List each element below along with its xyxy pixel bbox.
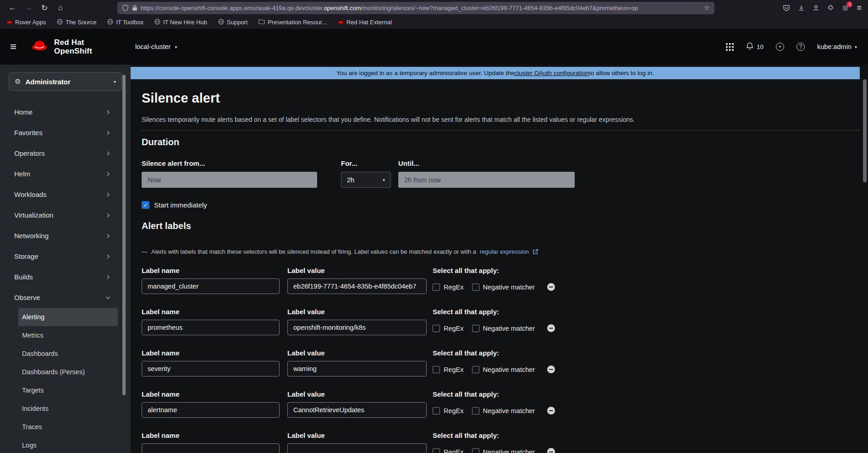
quick-create-button[interactable]: +: [776, 43, 784, 51]
sidebar-item-operators[interactable]: Operators: [0, 143, 131, 164]
negative-matcher-checkbox[interactable]: [472, 325, 479, 332]
sidebar-item-observe[interactable]: Observe: [0, 287, 131, 308]
forward-button[interactable]: →: [22, 1, 35, 14]
remove-label-button[interactable]: [547, 324, 555, 333]
duration-fields: Silence alert from... Now For... 2h ▾ Un…: [142, 159, 860, 188]
home-button[interactable]: ⌂: [54, 1, 67, 14]
bookmark-item[interactable]: Rover Apps: [6, 19, 46, 26]
negative-matcher-checkbox[interactable]: [472, 407, 479, 415]
label-name-input[interactable]: [142, 278, 280, 294]
sidebar-item-virtualization[interactable]: Virtualization: [0, 205, 131, 225]
remove-label-button[interactable]: [547, 406, 555, 415]
addon-notification-icon[interactable]: 1: [842, 5, 849, 11]
regex-checkbox[interactable]: [433, 366, 440, 373]
label-name-input[interactable]: [142, 320, 280, 335]
sidebar-item-label: Observe: [14, 294, 106, 301]
sidebar-item-helm[interactable]: Helm: [0, 164, 131, 184]
sidebar-item-traces[interactable]: Traces: [18, 418, 118, 436]
shield-icon[interactable]: [122, 5, 129, 11]
bookmark-label: Support: [227, 19, 248, 26]
label-name-input[interactable]: [142, 361, 280, 377]
sidebar-item-label: Operators: [14, 149, 106, 157]
cluster-label: local-cluster: [135, 43, 170, 50]
pocket-icon[interactable]: [783, 4, 790, 11]
bookmark-item[interactable]: Presentation Resour...: [258, 19, 327, 26]
oauth-config-link[interactable]: cluster OAuth configuration: [514, 70, 589, 76]
back-button[interactable]: ←: [5, 1, 19, 14]
negative-matcher-label: Negative matcher: [483, 407, 535, 415]
sidebar-item-dashboards-perses[interactable]: Dashboards (Perses): [18, 363, 118, 381]
extension-badge: 1: [846, 1, 852, 7]
info-banner: You are logged in as a temporary adminis…: [131, 67, 860, 79]
remove-label-button[interactable]: [547, 365, 555, 374]
sidebar-item-builds[interactable]: Builds: [0, 267, 131, 287]
user-menu[interactable]: kube:admin ▾: [817, 43, 857, 50]
duration-heading: Duration: [142, 137, 860, 147]
menu-icon[interactable]: ≡: [857, 3, 862, 13]
chevron-right-icon: [106, 192, 110, 197]
silence-for-select[interactable]: 2h ▾: [341, 172, 391, 188]
sidebar-item-targets[interactable]: Targets: [18, 381, 118, 399]
label-value-input[interactable]: [287, 402, 427, 418]
bookmark-item[interactable]: The Source: [57, 19, 96, 26]
label-value-header: Label value: [287, 431, 427, 439]
account-icon[interactable]: [813, 5, 819, 11]
sidebar-item-alerting[interactable]: Alerting: [18, 308, 118, 326]
sidebar-item-logs[interactable]: Logs: [18, 436, 118, 453]
notifications-button[interactable]: 10: [746, 42, 764, 52]
negative-matcher-checkbox[interactable]: [472, 366, 479, 373]
sidebar-item-workloads[interactable]: Workloads: [0, 184, 131, 205]
remove-label-button[interactable]: [547, 448, 555, 453]
regular-expression-link[interactable]: regular expression: [480, 248, 529, 255]
bookmark-label: Rover Apps: [15, 19, 46, 26]
remove-label-button[interactable]: [547, 283, 555, 291]
silence-until-input: 2h from now: [398, 172, 575, 188]
sidebar-item-home[interactable]: Home: [0, 102, 131, 122]
silence-until-label: Until...: [398, 159, 575, 167]
main-scrollbar[interactable]: [863, 79, 867, 182]
bookmark-star-icon[interactable]: ☆: [704, 4, 710, 12]
regex-checkbox[interactable]: [433, 448, 440, 453]
label-value-input[interactable]: [287, 443, 427, 453]
bookmark-item[interactable]: IT Toolbox: [107, 19, 143, 26]
silence-from-label: Silence alert from...: [142, 159, 317, 167]
regex-checkbox[interactable]: [433, 325, 440, 332]
help-button[interactable]: ?: [797, 43, 805, 51]
sidebar-item-incidents[interactable]: Incidents: [18, 399, 118, 418]
bookmark-item[interactable]: Support: [218, 19, 248, 26]
bell-icon: [746, 42, 753, 52]
cluster-selector[interactable]: local-cluster ▾: [135, 43, 177, 50]
nav-toggle-icon[interactable]: ≡: [10, 40, 16, 53]
silence-until-field: Until... 2h from now: [398, 159, 575, 188]
regex-checkbox[interactable]: [433, 284, 440, 291]
sidebar-item-metrics[interactable]: Metrics: [18, 326, 118, 344]
sidebar-scrollbar[interactable]: [122, 75, 126, 395]
extensions-icon[interactable]: [827, 5, 834, 11]
app-launcher-icon[interactable]: [726, 43, 734, 51]
label-name-input[interactable]: [142, 443, 280, 453]
label-value-input[interactable]: [287, 361, 427, 377]
negative-matcher-checkbox[interactable]: [472, 284, 479, 291]
download-icon[interactable]: [798, 5, 805, 11]
lock-icon[interactable]: [132, 5, 137, 11]
label-value-input[interactable]: [287, 278, 427, 294]
reload-button[interactable]: ↻: [38, 1, 51, 14]
label-value-header: Label value: [287, 349, 427, 357]
bookmark-label: IT Toolbox: [116, 19, 143, 26]
sidebar-item-storage[interactable]: Storage: [0, 246, 131, 267]
regex-checkbox[interactable]: [433, 407, 440, 415]
sidebar-item-favorites[interactable]: Favorites: [0, 122, 131, 143]
start-immediately-checkbox[interactable]: ✓: [142, 201, 149, 209]
chevron-right-icon: [106, 234, 110, 238]
sidebar-item-networking[interactable]: Networking: [0, 225, 131, 246]
toolbar-right-icons: 1 ≡: [783, 3, 863, 13]
bookmark-item[interactable]: IT New Hire Hub: [154, 19, 207, 26]
negative-matcher-checkbox[interactable]: [472, 448, 479, 453]
sidebar-item-dashboards[interactable]: Dashboards: [18, 344, 118, 363]
url-bar[interactable]: https://console-openshift-console.apps.e…: [117, 2, 714, 14]
label-value-input[interactable]: [287, 320, 427, 335]
chevron-right-icon: [106, 275, 110, 279]
bookmark-item[interactable]: Red Hat External: [338, 19, 392, 26]
label-name-input[interactable]: [142, 402, 280, 418]
perspective-switcher[interactable]: ⚙ Administrator ▾: [9, 72, 122, 91]
